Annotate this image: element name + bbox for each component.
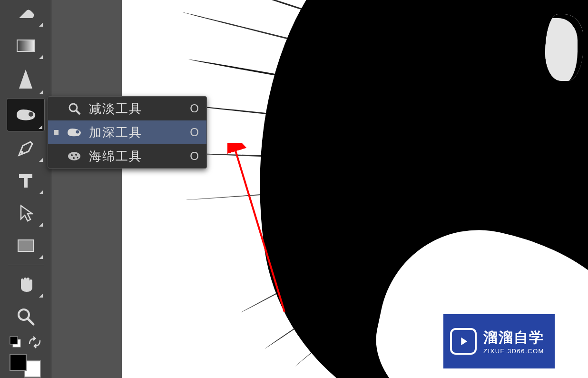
svg-point-15	[73, 157, 75, 159]
watermark: 溜溜自学 ZIXUE.3D66.COM	[443, 314, 555, 368]
swap-colors-icon[interactable]	[28, 336, 42, 349]
svg-rect-8	[10, 337, 18, 344]
toolbar-separator	[8, 265, 44, 265]
hair-strand	[183, 12, 441, 78]
pen-icon	[16, 139, 35, 158]
svg-point-16	[77, 157, 78, 158]
hair-strand	[188, 59, 451, 107]
photo-ear-hint	[545, 14, 583, 81]
rectangle-icon	[17, 239, 35, 253]
svg-point-9	[69, 104, 77, 111]
triangle-icon	[17, 69, 34, 90]
hand-tool[interactable]	[7, 269, 45, 299]
svg-line-6	[28, 319, 33, 324]
svg-line-10	[76, 110, 80, 114]
watermark-subtitle: ZIXUE.3D66.COM	[483, 348, 544, 355]
tools-toolbar	[0, 0, 51, 378]
burn-icon	[66, 126, 82, 139]
flyout-selected-marker	[53, 129, 59, 136]
color-swatches[interactable]	[7, 354, 45, 378]
type-tool[interactable]	[7, 166, 45, 196]
flyout-shortcut: O	[187, 102, 199, 115]
watermark-title: 溜溜自学	[483, 328, 544, 348]
type-icon	[17, 172, 34, 189]
svg-point-11	[76, 130, 79, 134]
flyout-selected-marker	[53, 105, 59, 112]
flyout-label: 海绵工具	[89, 148, 181, 165]
svg-point-3	[20, 151, 23, 154]
flyout-indicator-icon	[39, 223, 43, 227]
flyout-item-sponge[interactable]: 海绵工具 O	[48, 144, 206, 168]
eraser-icon	[15, 6, 36, 24]
flyout-indicator-icon	[39, 23, 43, 27]
flyout-label: 减淡工具	[89, 100, 181, 117]
dodge-icon	[66, 101, 82, 116]
flyout-indicator-icon	[39, 90, 43, 94]
zoom-tool[interactable]	[7, 301, 45, 332]
svg-rect-1	[17, 40, 34, 51]
pen-tool[interactable]	[7, 133, 45, 164]
flyout-shortcut: O	[187, 126, 199, 139]
rectangle-tool[interactable]	[7, 230, 45, 261]
flyout-item-dodge[interactable]: 减淡工具 O	[48, 97, 206, 120]
flyout-indicator-icon	[39, 55, 43, 59]
hair-strand	[241, 200, 451, 313]
hair-strand	[185, 181, 451, 200]
default-colors-icon[interactable]	[9, 336, 22, 349]
flyout-indicator-icon	[39, 190, 43, 194]
eraser-tool[interactable]	[7, 1, 45, 29]
sponge-icon	[66, 150, 82, 162]
svg-rect-4	[18, 240, 33, 251]
flyout-indicator-icon	[39, 255, 43, 259]
canvas-area: 溜溜自学 ZIXUE.3D66.COM	[51, 0, 588, 378]
zoom-icon	[16, 307, 35, 326]
burn-tool-flyout: 减淡工具 O 加深工具 O 海绵工具 O	[48, 96, 207, 169]
svg-point-13	[71, 154, 73, 156]
flyout-item-burn[interactable]: 加深工具 O	[48, 120, 206, 144]
hair-strand	[167, 102, 461, 135]
flyout-selected-marker	[53, 153, 59, 159]
svg-point-2	[29, 112, 33, 117]
flyout-indicator-icon	[39, 158, 43, 162]
burn-tool[interactable]	[7, 98, 45, 131]
foreground-color-swatch[interactable]	[10, 354, 27, 371]
arrow-cursor-icon	[18, 204, 33, 223]
canvas-margin	[51, 0, 122, 378]
sharpen-tool[interactable]	[7, 63, 45, 96]
flyout-indicator-icon	[39, 294, 43, 298]
hair-strand	[175, 152, 451, 163]
path-selection-tool[interactable]	[7, 198, 45, 229]
flyout-label: 加深工具	[89, 124, 181, 141]
watermark-logo-icon	[450, 328, 477, 355]
flyout-indicator-icon	[39, 125, 42, 129]
svg-point-12	[68, 152, 80, 160]
hair-strand	[265, 209, 470, 349]
svg-point-14	[75, 154, 77, 156]
burn-icon	[14, 106, 38, 124]
hand-icon	[16, 275, 35, 294]
flyout-shortcut: O	[187, 149, 199, 163]
gradient-tool[interactable]	[7, 30, 45, 61]
gradient-icon	[16, 38, 35, 53]
